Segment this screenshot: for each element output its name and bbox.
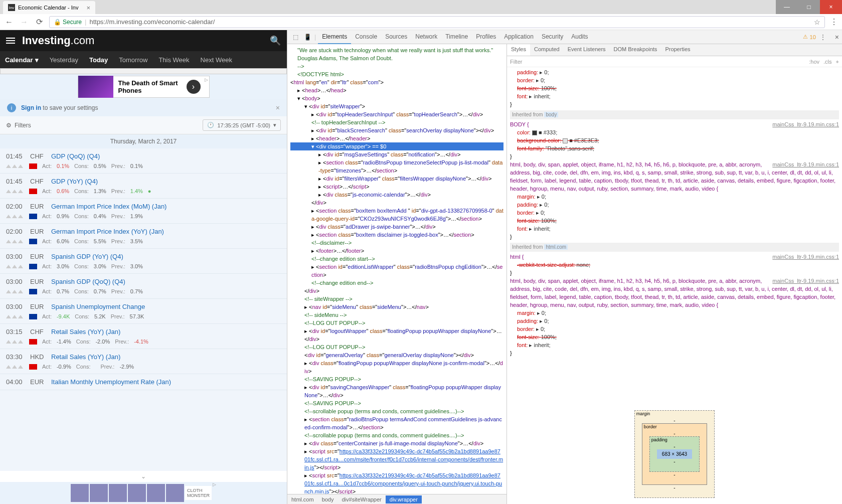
styles-tab-computed[interactable]: Computed: [530, 44, 564, 56]
tab-close-icon[interactable]: ×: [86, 4, 90, 12]
box-model[interactable]: margin- border- padding- 683 × 3643- - -: [507, 404, 842, 504]
dom-node[interactable]: <!--change edition start-->: [290, 255, 503, 263]
styles-tab-event-listeners[interactable]: Event Listeners: [564, 44, 610, 56]
device-toggle-icon[interactable]: 📱: [302, 34, 312, 41]
devtools-close-icon[interactable]: ×: [835, 33, 839, 41]
dom-node[interactable]: Douglas Adams, The Salmon of Doubt.: [290, 54, 503, 62]
dom-node[interactable]: ▸ <div id="blackScreenSearch" class="sea…: [290, 126, 503, 134]
notification-close-icon[interactable]: ×: [276, 104, 280, 112]
dom-node[interactable]: ▸ <div id="logoutWrapper" class="floatin…: [290, 327, 503, 343]
devtools-tab-console[interactable]: Console: [351, 30, 381, 44]
dom-node[interactable]: ▸ <div id="topHeaderSearchInput" class="…: [290, 110, 503, 118]
horizontal-scrollbar[interactable]: [0, 68, 287, 74]
calendar-list[interactable]: 01:45 CHF GDP (QoQ) (Q4) Act:0.1% Cons:0…: [0, 148, 287, 471]
calendar-row[interactable]: 02:00 EUR German Import Price Index (MoM…: [0, 199, 287, 224]
devtools-tab-timeline[interactable]: Timeline: [441, 30, 472, 44]
dom-node[interactable]: ▸ <div class="centerContainer js-full-im…: [290, 439, 503, 447]
ad-arrow-icon[interactable]: ›: [187, 80, 201, 94]
dom-node[interactable]: <!-- topHeaderSearchInput -->: [290, 118, 503, 126]
search-icon[interactable]: 🔍: [270, 35, 281, 46]
event-title[interactable]: Spanish Unemployment Change: [51, 303, 145, 310]
dom-node[interactable]: <div id="generalOverlay" class="generalO…: [290, 351, 503, 359]
dom-node[interactable]: ▾ <body>: [290, 94, 503, 102]
dom-node[interactable]: ▸ <div class="adDrawer js-swipe-banner">…: [290, 223, 503, 231]
dom-node[interactable]: ▸ <div id="filtersWrapper" class="filter…: [290, 175, 503, 183]
back-icon[interactable]: ←: [4, 18, 14, 27]
breadcrumb-item[interactable]: div.wrapper: [386, 495, 422, 503]
dom-node[interactable]: <!-- siteWrapper -->: [290, 295, 503, 303]
dom-node[interactable]: ▸ <div class="floatingPopup popupWrapper…: [290, 359, 503, 375]
dom-node[interactable]: ▾ <div class="wrapper"> == $0: [290, 142, 503, 150]
dom-node[interactable]: <!--SAVING POPUP-->: [290, 399, 503, 407]
warnings-badge[interactable]: ⚠ 10: [803, 34, 816, 40]
breadcrumb-item[interactable]: html.com: [287, 495, 318, 503]
calendar-row[interactable]: 03:00 EUR Spanish Unemployment Change Ac…: [0, 299, 287, 324]
calendar-row[interactable]: 03:00 EUR Spanish GDP (QoQ) (Q4) Act:0.7…: [0, 274, 287, 299]
styles-tab-styles[interactable]: Styles: [507, 44, 530, 56]
dom-node[interactable]: ▸ <footer>…</footer>: [290, 247, 503, 255]
filters-button[interactable]: ⚙ Filters: [6, 122, 31, 129]
hov-toggle[interactable]: :hov: [809, 59, 819, 65]
styles-body[interactable]: padding: ▸ 0;border: ▸ 0;font-size: 100%…: [507, 67, 842, 404]
bottom-ad[interactable]: CLOTHMONSTER ▷: [0, 482, 287, 504]
dom-node[interactable]: ▸ <section class="boxItem boxItemAdd " i…: [290, 207, 503, 223]
cls-toggle[interactable]: .cls: [823, 59, 832, 65]
dom-node[interactable]: ▸ <div class="js-economic-calendar">…</d…: [290, 191, 503, 199]
dom-tree[interactable]: "We are stuck with technology when what …: [287, 44, 507, 494]
adchoices-icon[interactable]: ▷: [213, 482, 216, 487]
dom-node[interactable]: ▸ <head>…</head>: [290, 86, 503, 94]
event-title[interactable]: GDP (YoY) (Q4): [51, 178, 98, 185]
dom-node[interactable]: <!--SAVING POPUP-->: [290, 375, 503, 383]
dom-node[interactable]: ▸ <div id="msgSaveSettings" class="notif…: [290, 150, 503, 158]
devtools-tab-audits[interactable]: Audits: [567, 30, 592, 44]
calendar-dropdown[interactable]: Calendar ▾: [5, 56, 39, 64]
dom-node[interactable]: ▸ <section class="boxItem disclaimer js-…: [290, 231, 503, 239]
nav-item-today[interactable]: Today: [89, 56, 108, 64]
devtools-tab-application[interactable]: Application: [500, 30, 538, 44]
devtools-tab-elements[interactable]: Elements: [318, 30, 351, 44]
dom-node[interactable]: ▸ <section class="radioBtnsPopup termsAn…: [290, 415, 503, 431]
window-minimize-button[interactable]: —: [776, 0, 798, 14]
inspect-icon[interactable]: ⬚: [290, 34, 300, 41]
hamburger-icon[interactable]: [6, 38, 15, 44]
calendar-row[interactable]: 03:15 CHF Retail Sales (YoY) (Jan) Act:-…: [0, 324, 287, 349]
dom-node[interactable]: ▸ <script src="https://ca33f332e2199349c…: [290, 447, 503, 471]
dom-node[interactable]: ▸ <script src="https://ca33f332e2199349c…: [290, 471, 503, 494]
add-rule-icon[interactable]: +: [836, 59, 839, 65]
window-close-button[interactable]: ×: [820, 0, 842, 14]
url-input[interactable]: 🔒 Secure | https://m.investing.com/econo…: [49, 16, 825, 28]
calendar-row[interactable]: 01:45 CHF GDP (YoY) (Q4) Act:0.6% Cons:1…: [0, 174, 287, 199]
styles-filter-input[interactable]: Filter: [510, 59, 805, 65]
calendar-row[interactable]: 03:00 EUR Spanish GDP (YoY) (Q4) Act:3.0…: [0, 249, 287, 274]
calendar-row[interactable]: 02:00 EUR German Import Price Index (YoY…: [0, 224, 287, 249]
event-title[interactable]: Retail Sales (YoY) (Jan): [51, 353, 120, 361]
event-title[interactable]: Italian Monthly Unemployment Rate (Jan): [51, 378, 171, 386]
dom-node[interactable]: ▾ <div id="siteWrapper">: [290, 102, 503, 110]
devtools-tab-sources[interactable]: Sources: [381, 30, 411, 44]
dom-node[interactable]: <!-- sideMenu -->: [290, 311, 503, 319]
dom-node[interactable]: <!--scrollable popup (terms and conds, c…: [290, 431, 503, 439]
nav-item-next-week[interactable]: Next Week: [201, 56, 232, 64]
dom-node[interactable]: <!--LOG OUT POPUP-->: [290, 343, 503, 351]
bookmark-star-icon[interactable]: ☆: [814, 18, 820, 26]
expand-arrow-icon[interactable]: ⌄: [0, 471, 287, 482]
devtools-tab-security[interactable]: Security: [538, 30, 567, 44]
reload-icon[interactable]: ⟳: [34, 17, 44, 27]
event-title[interactable]: Spanish GDP (YoY) (Q4): [51, 253, 123, 260]
dom-node[interactable]: <!--LOG OUT POPUP-->: [290, 319, 503, 327]
devtools-tab-network[interactable]: Network: [411, 30, 441, 44]
event-title[interactable]: Spanish GDP (QoQ) (Q4): [51, 278, 125, 285]
dom-node[interactable]: ▸ <div id="savingChangesWrapper" class="…: [290, 383, 503, 399]
devtools-tab-profiles[interactable]: Profiles: [472, 30, 500, 44]
dom-node[interactable]: -->: [290, 62, 503, 70]
dom-node[interactable]: ▸ <script>…</script>: [290, 183, 503, 191]
dom-node[interactable]: ▸ <section id="editionListWrapper" class…: [290, 263, 503, 279]
signin-link[interactable]: Sign in: [21, 104, 41, 111]
ad-unit[interactable]: The Death of Smart Phones › ▷: [78, 76, 210, 98]
dom-node[interactable]: <html lang="en" dir="ltr" class="com">: [290, 78, 503, 86]
calendar-row[interactable]: 04:00 EUR Italian Monthly Unemployment R…: [0, 374, 287, 390]
adchoices-icon[interactable]: ▷: [204, 76, 209, 83]
browser-tab[interactable]: Inv Economic Calendar - Inv ×: [3, 1, 95, 14]
styles-tab-properties[interactable]: Properties: [661, 44, 694, 56]
nav-item-yesterday[interactable]: Yesterday: [50, 56, 78, 64]
